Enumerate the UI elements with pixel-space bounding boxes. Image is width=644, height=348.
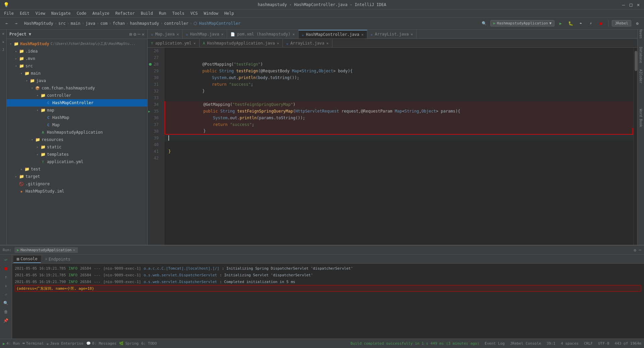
menu-window[interactable]: Window [201,10,221,16]
scroll-end-btn[interactable]: ↓ [3,282,9,289]
terminal-btn[interactable]: ⌨ Terminal [22,341,44,346]
sub-tab-close-yml[interactable]: ✕ [194,41,196,46]
tree-item-target[interactable]: ▸ 📁 target [7,173,147,180]
code-content[interactable]: @PostMapping("testFeign") public String … [164,48,633,245]
menu-file[interactable]: File [1,10,16,16]
maven-icon[interactable]: Maven [638,31,644,36]
project-close-btn[interactable]: ✕ [142,31,145,37]
tree-item-templates[interactable]: ▸ 📁 templates [7,151,147,158]
search-everywhere-btn[interactable]: 🔍 [480,19,488,27]
minimize-panel-icon[interactable]: ─ [639,248,641,253]
scroll-up-btn[interactable]: ↑ [3,274,9,280]
filter-btn[interactable]: 🔍 [3,300,9,306]
tree-item-controller[interactable]: ▾ 📁 controller [7,92,147,99]
breadcrumb-hashmapstudy[interactable]: hashmapstudy [130,21,159,26]
tree-item-app[interactable]: A HashmapstudyApplication [7,129,147,136]
menu-build[interactable]: Build [138,10,156,16]
tree-item-main[interactable]: ▾ 📁 main [7,70,147,77]
stop-btn[interactable]: ■ [597,19,605,27]
run-app-tab[interactable]: ▶ HashmapstudyApplication ✕ [14,247,78,253]
sub-tab-close-al[interactable]: ✕ [326,41,329,46]
breadcrumb-controller[interactable]: controller [164,21,188,26]
tree-item-static[interactable]: ▸ 📁 static [7,143,147,151]
tree-item-resources[interactable]: ▾ 📁 resources [7,136,147,143]
tab-hashmap-controller[interactable]: ☕ HashMapController.java ✕ [299,30,367,39]
coverage-btn[interactable]: ☂ [577,19,585,27]
debug-btn[interactable]: 🐛 [567,19,575,27]
jrebel-icon[interactable]: J [1,47,6,52]
breakpoint-marker-28[interactable] [149,63,152,66]
menu-view[interactable]: View [33,10,48,16]
wordbook-icon[interactable]: Word Book [638,115,644,121]
code-editor[interactable]: 26 27 28 29 30 31 32 33 34 35 ▶ 36 37 38 [148,48,637,245]
tab-console[interactable]: ▤ Console [13,256,41,263]
menu-analyze[interactable]: Analyze [90,10,112,16]
todo-btn[interactable]: 6: TODO [141,341,157,346]
menu-refactor[interactable]: Refactor [113,10,138,16]
tab-hashmap-java[interactable]: ☕ HashMap.java ✕ [182,30,227,39]
menu-edit[interactable]: Edit [17,10,32,16]
profile-btn[interactable]: ⚡ [587,19,595,27]
breadcrumb-fchan[interactable]: fchan [113,21,125,26]
tab-close-hashmap[interactable]: ✕ [221,32,223,37]
scrollbar-thumb[interactable] [635,51,637,71]
editor-scrollbar[interactable] [633,48,637,245]
sub-tab-app-class[interactable]: A HashmapstudyApplication.java ✕ [200,39,283,47]
sub-tab-close-app[interactable]: ✕ [277,41,279,46]
menu-run[interactable]: Run [156,10,169,16]
forward-btn[interactable]: → [12,19,20,27]
messages-btn[interactable]: 💬 0: Messages [86,341,117,346]
aicoder-icon[interactable]: AICoder [638,74,644,79]
tree-item-root[interactable]: ▾ 📁 HashMapStudy C:\Users\fchan\Desktop\… [7,40,147,48]
breadcrumb-hashmap-controller[interactable]: ⬡ HashMapController [194,21,240,26]
tab-close-controller[interactable]: ✕ [361,32,364,37]
tree-item-app-yml[interactable]: Y application.yml [7,158,147,165]
rerun-btn[interactable]: ↩ [3,256,9,263]
breadcrumb-java[interactable]: java [86,21,95,26]
database-icon[interactable]: Database [638,52,644,58]
tab-arraylist-java[interactable]: ☕ ArrayList.java ✕ [367,30,417,39]
menu-vcs[interactable]: VCS [188,10,201,16]
project-gear-icon[interactable]: ⚙ [133,31,136,37]
tree-item-map-class[interactable]: C Map [7,121,147,129]
run-btn-bottom[interactable]: ▶ 4: Run [3,341,20,346]
spring-btn[interactable]: 🌿 Spring [119,341,139,346]
breadcrumb-main[interactable]: main [71,21,80,26]
breadcrumb-src[interactable]: src [58,21,66,26]
pin-btn[interactable]: 📌 [3,317,9,324]
tree-item-idea[interactable]: ▸ 📁 .idea [7,48,147,55]
favorites-icon[interactable]: ★ [1,39,6,44]
sub-tab-app-yml[interactable]: Y application.yml ✕ [148,39,200,47]
tab-close-map[interactable]: ✕ [176,32,179,37]
menu-tools[interactable]: Tools [170,10,187,16]
structure-icon[interactable]: ≡ [1,31,6,36]
tree-item-src[interactable]: ▾ 📁 src [7,62,147,70]
menu-code[interactable]: Code [74,10,89,16]
tab-pom-xml[interactable]: 📄 pom.xml (hashmapstudy) ✕ [227,30,299,39]
event-log-btn[interactable]: Event Log [485,341,505,346]
tab-close-arraylist[interactable]: ✕ [411,32,413,37]
sub-tab-arraylist2[interactable]: ☕ ArrayList.java ✕ [283,39,332,47]
run-btn[interactable]: ▶ [556,19,565,27]
menu-help[interactable]: Help [222,10,237,16]
tree-item-mvn[interactable]: ▸ 📁 .mvn [7,55,147,62]
stop-run-btn[interactable]: ■ [3,265,9,272]
tree-item-hashmap-controller[interactable]: C HashMapController [7,99,147,107]
minimize-btn[interactable]: — [621,2,626,7]
tree-item-hashmap[interactable]: C HashMap [7,114,147,121]
run-app-close[interactable]: ✕ [73,248,75,252]
tree-item-package[interactable]: ▾ 📦 com.fchan.hashmapstudy [7,84,147,92]
tree-item-iml[interactable]: ◆ HashMapStudy.iml [7,188,147,195]
tree-item-test[interactable]: ▸ 📁 test [7,165,147,173]
project-external-icon[interactable]: ⊞ [129,31,132,37]
maximize-btn[interactable]: □ [629,2,633,7]
tab-map-java[interactable]: ☕ Map.java ✕ [148,30,182,39]
run-config-selector[interactable]: ▶ HashmapstudyApplication ▼ [490,20,555,26]
back-btn[interactable]: ← [3,19,11,27]
project-collapse-btn[interactable]: ─ [138,31,140,37]
wrap-btn[interactable]: ⏎ [3,291,9,298]
settings-icon[interactable]: ⚙ [634,248,636,253]
breadcrumb-com[interactable]: com [100,21,108,26]
tree-item-map[interactable]: ▾ 📁 map [7,107,147,114]
settings-btn[interactable]: ⚙ [633,19,641,27]
